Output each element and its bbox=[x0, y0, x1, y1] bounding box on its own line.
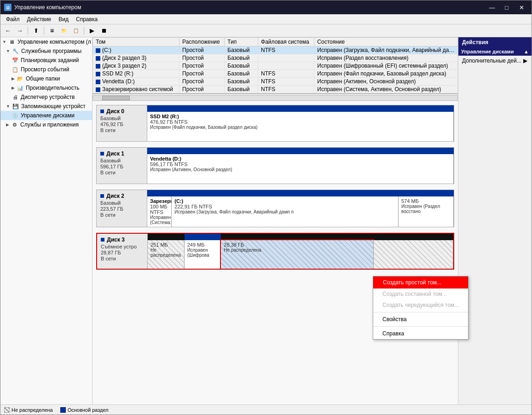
disk-size: 476,92 ГБ bbox=[100, 121, 143, 127]
partition-2[interactable]: 28,38 ГБНе распределена bbox=[221, 240, 374, 269]
toolbar-btn3[interactable]: 🖥 bbox=[46, 26, 58, 36]
sidebar-item-scheduler[interactable]: 📅 Планировщик заданий bbox=[0, 56, 92, 65]
sidebar-item-shared[interactable]: ▶ 📂 Общие папки bbox=[0, 74, 92, 83]
disk-name: Диск 2 bbox=[100, 193, 143, 199]
disk-block-disk3[interactable]: Диск 3 Съёмное устро 28,87 ГБ В сети 251… bbox=[96, 233, 454, 270]
main-area: ▼ 🖥 Управление компьютером (л ▼ 🔧 Служеб… bbox=[0, 37, 532, 404]
toolbar-up[interactable]: ⬆ bbox=[30, 26, 41, 36]
volume-icon bbox=[96, 48, 100, 53]
table-scrollbar[interactable] bbox=[93, 94, 458, 101]
disk-size: 596,17 ГБ bbox=[100, 164, 143, 169]
scrollbar-thumb[interactable] bbox=[102, 96, 130, 100]
services-icon: 🔧 bbox=[12, 47, 19, 55]
menu-file[interactable]: Файл bbox=[2, 15, 23, 23]
partition-1[interactable]: 249 МБИсправен (Шифрова bbox=[185, 240, 221, 269]
table-row[interactable]: Vendetta (D:)ПростойБазовыйNTFSИсправен … bbox=[93, 78, 458, 86]
sidebar-label-disk: Управление дисками bbox=[21, 112, 75, 119]
disk-mgmt-section-title[interactable]: Управление дисками ▲ bbox=[458, 47, 532, 56]
table-row[interactable]: SSD M2 (R:)ПростойБазовыйNTFSИсправен (Ф… bbox=[93, 70, 458, 78]
cell-type: Базовый bbox=[225, 54, 258, 62]
disk-partitions-disk3: 251 МБНе распределена249 МБИсправен (Шиф… bbox=[148, 234, 453, 269]
disk-icon bbox=[100, 110, 104, 113]
sidebar-item-event-viewer[interactable]: 📋 Просмотр событий bbox=[0, 65, 92, 74]
disk-mgmt-icon: 💿 bbox=[12, 112, 19, 119]
sidebar-item-disk-mgmt[interactable]: 💿 Управление дисками bbox=[0, 111, 92, 120]
partition-2[interactable]: 574 МБИсправен (Раздел восстано bbox=[399, 196, 454, 227]
table-row[interactable]: (C:)ПростойБазовыйNTFSИсправен (Загрузка… bbox=[93, 46, 458, 54]
partition-status: Исправен (Шифрова bbox=[187, 248, 218, 258]
cell-location: Простой bbox=[179, 86, 225, 93]
title-bar-controls: — □ ✕ bbox=[486, 3, 528, 12]
cell-volume-name: (Диск 2 раздел 3) bbox=[93, 54, 179, 62]
partition-0[interactable]: SSD M2 (R:)476,92 ГБ NTFSИсправен (Файл … bbox=[147, 112, 454, 141]
context-menu-item[interactable]: Создать простой том... bbox=[373, 277, 468, 288]
cell-fs: NTFS bbox=[258, 46, 314, 54]
disk-bar bbox=[147, 190, 454, 196]
sidebar-label-storage: Запоминающие устройст bbox=[21, 103, 86, 110]
bar-segment bbox=[399, 190, 454, 196]
disk-parts-row: Vendetta (D:)596,17 ГБ NTFSИсправен (Акт… bbox=[147, 154, 454, 184]
right-panel: Действия Управление дисками ▲ Дополнител… bbox=[458, 37, 532, 404]
sidebar-item-services[interactable]: ▼ 🔧 Служебные программы bbox=[0, 46, 92, 56]
disk-status: В сети bbox=[100, 212, 143, 218]
sidebar-item-device-mgr[interactable]: 🖨 Диспетчер устройств bbox=[0, 92, 92, 102]
action-label: Дополнительные дей... bbox=[462, 58, 521, 64]
disk-block-disk1[interactable]: Диск 1 Базовый 596,17 ГБ В сети Vendetta… bbox=[96, 147, 454, 184]
volumes-table: Том Расположение Тип Файловая система Со… bbox=[93, 37, 458, 93]
sidebar-item-storage[interactable]: ▼ 💾 Запоминающие устройст bbox=[0, 102, 92, 111]
menu-help[interactable]: Справка bbox=[72, 15, 101, 23]
menu-action[interactable]: Действие bbox=[23, 15, 55, 23]
partition-1[interactable]: (C:)222,91 ГБ NTFSИсправен (Загрузка, Фа… bbox=[172, 196, 399, 227]
toolbar-btn6[interactable]: ▶ bbox=[87, 26, 98, 36]
partition-0[interactable]: 251 МБНе распределена bbox=[148, 240, 185, 269]
minimize-button[interactable]: — bbox=[486, 3, 498, 12]
sidebar-item-computer-mgmt[interactable]: ▼ 🖥 Управление компьютером (л bbox=[0, 37, 92, 46]
disk-info-disk3: Диск 3 Съёмное устро 28,87 ГБ В сети bbox=[97, 234, 148, 269]
legend-primary: Основной раздел bbox=[60, 407, 109, 413]
sidebar-label-services-apps: Службы и приложения bbox=[20, 121, 79, 128]
toolbar-back[interactable]: ← bbox=[2, 26, 13, 36]
partition-status: Исправен (Активен, Основной раздел) bbox=[150, 167, 451, 172]
chevron-down-icon: ▼ bbox=[2, 40, 6, 44]
table-row[interactable]: Зарезервировано системойПростойБазовыйNT… bbox=[93, 86, 458, 93]
toolbar-btn5[interactable]: 📋 bbox=[70, 26, 81, 36]
title-bar: 🖥 Управление компьютером — □ ✕ bbox=[0, 0, 532, 14]
sidebar-item-perf[interactable]: ▶ 📊 Производительность bbox=[0, 83, 92, 92]
toolbar: ← → ⬆ 🖥 📁 📋 ▶ ⏹ bbox=[0, 24, 532, 37]
table-row[interactable]: (Диск 2 раздел 3)ПростойБазовыйИсправен … bbox=[93, 54, 458, 62]
toolbar-sep3 bbox=[84, 27, 84, 35]
sidebar-item-services-apps[interactable]: ▶ ⚙ Службы и приложения bbox=[0, 120, 92, 129]
folder-icon: 📂 bbox=[17, 75, 24, 82]
disk-block-disk2[interactable]: Диск 2 Базовый 223,57 ГБ В сети Зарезерв… bbox=[96, 190, 454, 227]
disk-parts-row: Зарезервировано100 МБ NTFSИсправен (Сист… bbox=[147, 196, 454, 227]
context-menu-item[interactable]: Свойства bbox=[373, 314, 468, 325]
sidebar-label-computer: Управление компьютером (л bbox=[17, 39, 91, 45]
disk-name: Диск 1 bbox=[100, 150, 143, 157]
partition-0[interactable]: Vendetta (D:)596,17 ГБ NTFSИсправен (Акт… bbox=[147, 154, 454, 184]
cell-location: Простой bbox=[179, 70, 225, 78]
cell-fs bbox=[258, 54, 314, 62]
col-status: Состояние bbox=[314, 38, 458, 46]
close-button[interactable]: ✕ bbox=[515, 3, 528, 12]
sidebar-label-event: Просмотр событий bbox=[21, 66, 69, 73]
disk-block-disk0[interactable]: Диск 0 Базовый 476,92 ГБ В сети SSD M2 (… bbox=[96, 105, 454, 142]
menu-view[interactable]: Вид bbox=[55, 15, 72, 23]
toolbar-sep2 bbox=[44, 27, 44, 35]
cell-location: Простой bbox=[179, 62, 225, 70]
disk-bar bbox=[148, 234, 453, 240]
disk-name: Диск 3 bbox=[101, 236, 144, 243]
partition-size: 596,17 ГБ NTFS bbox=[150, 161, 451, 167]
toolbar-forward[interactable]: → bbox=[14, 26, 25, 36]
toolbar-btn7[interactable]: ⏹ bbox=[98, 26, 110, 36]
context-menu-item[interactable]: Справка bbox=[373, 328, 468, 339]
toolbar-btn4[interactable]: 📁 bbox=[58, 26, 69, 36]
sidebar-label-perf: Производительность bbox=[26, 85, 79, 91]
partition-3[interactable] bbox=[374, 240, 453, 269]
additional-actions-button[interactable]: Дополнительные дей... ▶ bbox=[458, 56, 532, 66]
volume-icon bbox=[96, 56, 100, 61]
disk-icon bbox=[100, 152, 104, 156]
table-row[interactable]: (Диск 3 раздел 2)ПростойБазовыйИсправен … bbox=[93, 62, 458, 70]
disk-icon bbox=[100, 194, 104, 198]
maximize-button[interactable]: □ bbox=[500, 3, 513, 12]
partition-0[interactable]: Зарезервировано100 МБ NTFSИсправен (Сист… bbox=[147, 196, 172, 227]
